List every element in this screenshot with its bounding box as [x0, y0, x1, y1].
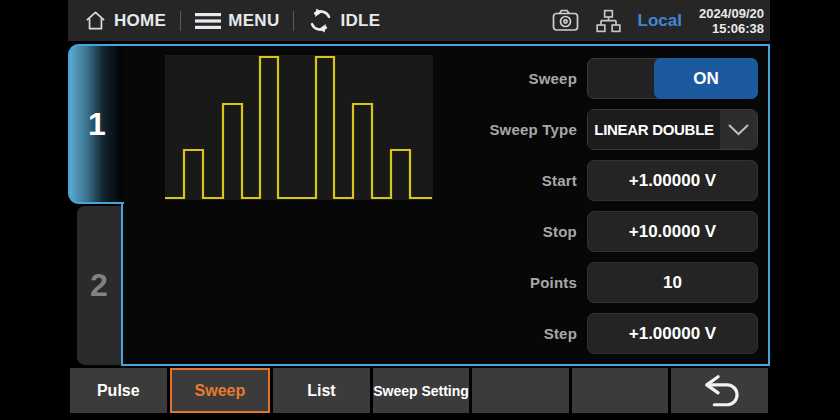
points-field[interactable]: 10 — [587, 262, 758, 303]
start-label: Start — [430, 172, 577, 189]
sweep-toggle[interactable]: ON — [587, 58, 758, 99]
sweep-row: Sweep ON — [430, 58, 758, 99]
start-row: Start +1.00000 V — [430, 160, 758, 201]
top-bar: HOME MENU — [68, 0, 770, 41]
step-row: Step +1.00000 V — [430, 313, 758, 354]
time-label: 15:06:38 — [699, 21, 764, 36]
date-label: 2024/09/20 — [699, 6, 764, 21]
softkey-empty-1[interactable] — [472, 368, 569, 413]
menu-label: MENU — [228, 11, 279, 31]
sweep-label: Sweep — [430, 70, 577, 87]
home-label: HOME — [114, 11, 166, 31]
tab-channel-1[interactable]: 1 — [68, 44, 124, 204]
sweep-type-value: LINEAR DOUBLE — [588, 110, 720, 149]
points-row: Points 10 — [430, 262, 758, 303]
status-label: IDLE — [340, 11, 380, 31]
return-button[interactable] — [671, 368, 768, 413]
sweep-type-row: Sweep Type LINEAR DOUBLE — [430, 109, 758, 150]
tab-2-label: 2 — [90, 267, 108, 304]
return-icon — [698, 373, 742, 409]
softkey-pulse[interactable]: Pulse — [70, 368, 167, 413]
run-status-indicator: IDLE — [308, 8, 380, 33]
sweep-waveform-chart — [165, 55, 433, 200]
step-label: Step — [430, 325, 577, 342]
start-field[interactable]: +1.00000 V — [587, 160, 758, 201]
menu-button[interactable]: MENU — [195, 11, 279, 31]
home-button[interactable]: HOME — [84, 9, 166, 32]
softkey-sweep[interactable]: Sweep — [170, 368, 271, 413]
stop-row: Stop +10.0000 V — [430, 211, 758, 252]
divider — [180, 11, 181, 31]
sweep-type-dropdown[interactable]: LINEAR DOUBLE — [587, 109, 758, 150]
device-screen: HOME MENU — [0, 0, 840, 420]
lan-topology-icon — [596, 9, 621, 33]
sync-arrows-icon — [308, 8, 333, 33]
hamburger-menu-icon — [195, 12, 221, 30]
home-icon — [84, 9, 107, 32]
tab-1-label: 1 — [88, 106, 106, 143]
pulse-waveform — [165, 55, 433, 200]
divider — [293, 11, 294, 31]
sweep-type-label: Sweep Type — [430, 121, 577, 138]
chevron-down-icon — [720, 110, 757, 149]
datetime: 2024/09/20 15:06:38 — [699, 6, 764, 36]
local-mode-indicator: Local — [638, 11, 682, 31]
softkey-sweep-setting[interactable]: Sweep Setting — [373, 368, 470, 413]
softkey-empty-2[interactable] — [572, 368, 669, 413]
stop-label: Stop — [430, 223, 577, 240]
softkey-bar: Pulse Sweep List Sweep Setting — [68, 368, 770, 413]
camera-icon[interactable] — [552, 9, 579, 32]
points-label: Points — [430, 274, 577, 291]
top-bar-right: Local 2024/09/20 15:06:38 — [552, 6, 764, 36]
toggle-on-label: ON — [654, 58, 758, 99]
tab-channel-2[interactable]: 2 — [77, 206, 121, 365]
softkey-list[interactable]: List — [273, 368, 370, 413]
sweep-settings-form: Sweep ON Sweep Type LINEAR DOUBLE Start … — [430, 58, 758, 354]
stop-field[interactable]: +10.0000 V — [587, 211, 758, 252]
step-field[interactable]: +1.00000 V — [587, 313, 758, 354]
